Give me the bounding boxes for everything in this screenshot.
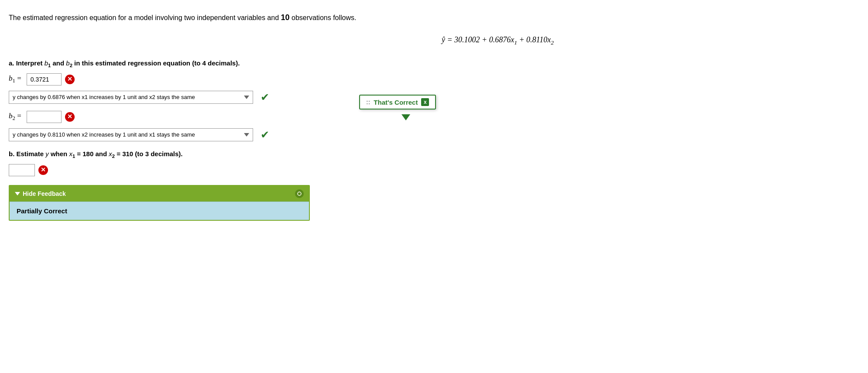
- tooltip-close-button[interactable]: x: [421, 98, 429, 106]
- dropdown2-select[interactable]: y changes by 0.8110 when x2 increases by…: [9, 128, 253, 141]
- b1-input[interactable]: [27, 73, 62, 86]
- tooltip-arrow: [401, 114, 410, 120]
- part-b-label: b. Estimate y when x1 = 180 and x2 = 310…: [9, 150, 859, 159]
- thats-correct-tooltip: :: That's Correct x: [359, 95, 436, 110]
- b2-error-icon[interactable]: ✕: [65, 112, 75, 122]
- intro-text-before: The estimated regression equation for a …: [9, 14, 281, 21]
- part-b-error-icon[interactable]: ✕: [38, 165, 48, 175]
- dropdown2-row: y changes by 0.8110 when x2 increases by…: [9, 128, 859, 141]
- intro-text-after: observations follows.: [290, 14, 357, 21]
- b1-error-icon[interactable]: ✕: [65, 75, 75, 84]
- tooltip-drag-handle: ::: [366, 99, 370, 106]
- feedback-body: Partially Correct: [10, 202, 309, 220]
- feedback-header-label: Hide Feedback: [23, 190, 66, 197]
- intro-text: The estimated regression equation for a …: [9, 13, 859, 22]
- part-b-section: b. Estimate y when x1 = 180 and x2 = 310…: [9, 150, 859, 176]
- feedback-header[interactable]: Hide Feedback: [10, 186, 309, 202]
- dropdown1-select[interactable]: y changes by 0.6876 when x1 increases by…: [9, 91, 253, 104]
- part-b-input[interactable]: [9, 164, 35, 176]
- feedback-container: Hide Feedback Partially Correct: [9, 185, 310, 221]
- feedback-header-left: Hide Feedback: [15, 190, 66, 197]
- collapse-triangle-icon: [15, 192, 20, 195]
- regression-equation: ŷ = 30.1002 + 0.6876x1 + 0.8110x2: [9, 35, 859, 46]
- feedback-circle-icon: [297, 192, 302, 196]
- tooltip-label: That's Correct: [374, 99, 418, 106]
- b1-input-row: b1 = ✕: [9, 73, 859, 86]
- b2-input-row: b2 = ✕: [9, 111, 859, 123]
- dropdown1-check-icon: ✔: [259, 92, 271, 103]
- intro-bold-num: 10: [281, 13, 290, 22]
- b2-input[interactable]: [27, 111, 62, 123]
- svg-point-0: [298, 192, 301, 195]
- feedback-circle-button[interactable]: [295, 189, 304, 198]
- b1-eq-label: b1 =: [9, 74, 21, 84]
- b2-eq-label: b2 =: [9, 112, 21, 122]
- feedback-status: Partially Correct: [17, 207, 67, 215]
- part-a-label: a. Interpret b1 and b2 in this estimated…: [9, 59, 859, 68]
- part-b-input-row: ✕: [9, 164, 859, 176]
- dropdown2-check-icon: ✔: [259, 129, 271, 140]
